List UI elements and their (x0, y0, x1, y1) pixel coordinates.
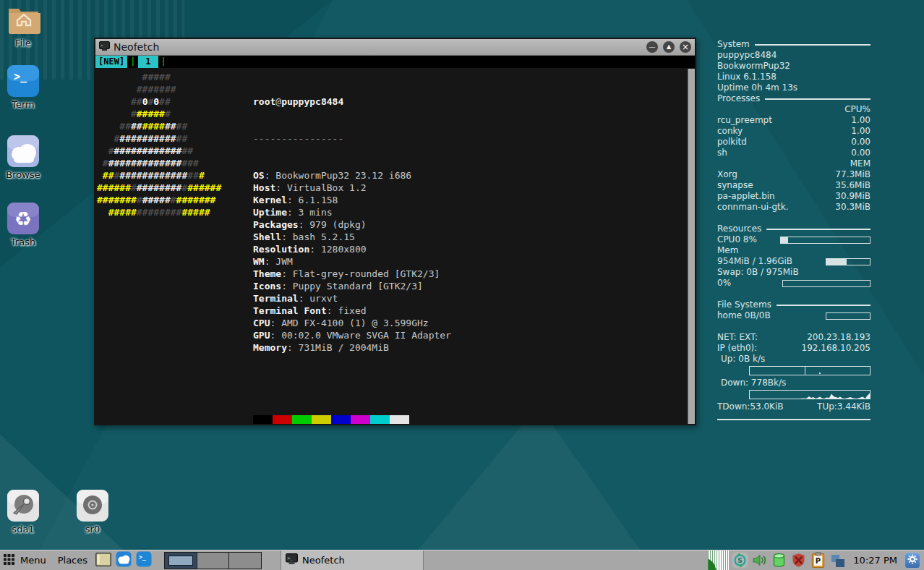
desktop-icon-label: Trash (0, 237, 46, 247)
workspace-1-active[interactable] (165, 553, 197, 569)
palette-swatch (331, 415, 351, 424)
neofetch-info-line: Memory: 731MiB / 2004MiB (253, 341, 451, 354)
terminal-scrollbar[interactable] (688, 69, 695, 424)
neofetch-info-line: Icons: Puppy Standard [GTK2/3] (253, 280, 451, 292)
desktop-icon-file[interactable]: File (0, 3, 46, 48)
palette-swatch (312, 415, 331, 424)
neofetch-info: root@puppypc8484 ---------------- OS: Bo… (253, 71, 451, 424)
desktop-icon-label: File (0, 38, 46, 48)
clipboard-manager-icon[interactable]: P (810, 552, 826, 569)
windows-applet-icon[interactable] (829, 552, 846, 569)
neofetch-info-line: GPU: 00:02.0 VMware SVGA II Adapter (253, 329, 451, 341)
spacer (717, 289, 870, 299)
net-up-label: Up: 0B k/s (717, 354, 870, 365)
conky-section-resources: Resources (717, 224, 870, 234)
workspace-pager (164, 552, 262, 569)
places-button[interactable]: Places (52, 550, 93, 570)
neofetch-separator: ---------------- (253, 132, 451, 145)
task-button-label: Neofetch (302, 555, 345, 566)
desktop-icon-sr0[interactable]: sr0 (69, 489, 116, 535)
system-info-line: BookwormPup32 (717, 61, 870, 72)
section-rule (717, 419, 870, 420)
desktop-icon-trash[interactable]: ♻ Trash (0, 202, 46, 247)
neofetch-info-line: Host: VirtualBox 1.2 (253, 182, 451, 194)
desktop-icon-browse[interactable]: Browse (0, 135, 46, 180)
tab-bar: [NEW] | 1 | (95, 56, 695, 68)
section-rule (755, 44, 870, 46)
ascii-art-line: ##### (97, 71, 253, 83)
svg-text:S: S (738, 557, 743, 564)
conky-net-rows: NET: EXT:200.23.18.193IP (eth0):192.168.… (717, 332, 870, 354)
minimize-button[interactable]: — (646, 41, 658, 53)
total-down: TDown:53.0KiB (717, 401, 784, 412)
graph-dot (819, 373, 821, 374)
browser-cloud-icon (116, 551, 132, 569)
conky-system-lines: puppypc8484BookwormPup32Linux 6.1.158Upt… (717, 50, 870, 93)
desktop: File >_ Term Browse ♻ Trash (0, 0, 924, 570)
terminal-content[interactable]: ##### ####### ##0#0## ####### ##########… (95, 69, 695, 424)
maximize-button[interactable]: ▲ (663, 41, 675, 53)
desktop-icon-sda1[interactable]: sda1 (0, 489, 46, 535)
conky-cpu-rows: rcu_preempt1.00conky1.00polkitd0.00sh0.0… (717, 115, 870, 158)
close-button[interactable]: × (680, 41, 691, 53)
file-manager-launcher[interactable] (95, 553, 111, 569)
cpu-load-graph-applet[interactable] (708, 550, 729, 570)
neofetch-info-line: CPU: AMD FX-4100 (1) @ 3.599GHz (253, 317, 451, 329)
svg-text:>_: >_ (287, 556, 294, 561)
spacer (717, 321, 870, 332)
tab-separator: | (127, 56, 138, 68)
neofetch-info-line: Shell: bash 5.2.15 (253, 231, 451, 243)
net-down-graph (749, 390, 870, 399)
volume-icon[interactable] (751, 552, 768, 569)
process-mem-row: Xorg77.3MiB (717, 169, 870, 180)
active-window-thumbnail (168, 556, 193, 566)
system-info-line: puppypc8484 (717, 50, 870, 61)
svg-text:>_: >_ (139, 554, 146, 561)
neofetch-info-line: WM: JWM (253, 255, 451, 268)
clock[interactable]: 10:27 PM (846, 555, 904, 566)
disk-usage-icon[interactable] (771, 552, 787, 569)
net-address-row: IP (eth0):192.168.10.205 (717, 343, 870, 354)
task-button-neofetch[interactable]: >_ Neofetch (281, 550, 424, 570)
ascii-art-line: ####### (97, 108, 253, 120)
neofetch-ascii: ##### ####### ##0#0## ####### ##########… (97, 71, 253, 424)
palette-swatch (273, 415, 292, 424)
process-cpu-row: rcu_preempt1.00 (717, 115, 870, 126)
window-terminal-icon: >_ (286, 553, 298, 567)
tab-1[interactable]: 1 (138, 56, 158, 68)
system-tray: S (708, 550, 924, 570)
ascii-art-line: ################## (97, 169, 253, 182)
process-mem-row: connman-ui-gtk.30.3MiB (717, 202, 870, 213)
process-cpu-row: sh0.00 (717, 148, 870, 158)
browser-launcher[interactable] (116, 553, 132, 569)
firewall-shield-icon[interactable] (790, 552, 807, 569)
neofetch-info-line: Resolution: 1280x800 (253, 243, 451, 255)
swap-usage-bar (782, 280, 870, 287)
new-tab-button[interactable]: [NEW] (95, 56, 127, 68)
taskbar: Menu Places >_ (0, 550, 924, 570)
conky-section-processes: Processes (717, 93, 870, 104)
ascii-art-line: ##0#0## (97, 95, 253, 108)
window-titlebar[interactable]: >_ Neofetch — ▲ × (95, 39, 695, 56)
mem-usage-value: 954MiB / 1.96GiB (717, 256, 792, 267)
neofetch-info-line: Packages: 979 (dpkg) (253, 218, 451, 231)
section-title: Processes (717, 93, 760, 104)
ascii-art-line: ################# (97, 157, 253, 169)
sync-network-icon[interactable]: S (732, 552, 748, 569)
neofetch-info-line: Terminal: urxvt (253, 292, 451, 305)
workspace-2[interactable] (197, 553, 229, 569)
settings-gear-button[interactable] (904, 553, 920, 569)
menu-button[interactable]: Menu (0, 550, 52, 570)
desktop-icon-term[interactable]: >_ Term (0, 64, 46, 110)
cpu-usage-bar (780, 237, 870, 244)
section-rule (777, 305, 870, 306)
palette-swatch (370, 415, 390, 424)
terminal-launcher[interactable]: >_ (136, 553, 152, 569)
home-fs-bar (826, 312, 870, 320)
system-info-line: Uptime 0h 4m 13s (717, 82, 870, 93)
palette-swatch (390, 415, 409, 424)
process-cpu-row: polkitd0.00 (717, 137, 870, 148)
blank-line (253, 378, 451, 391)
workspace-3[interactable] (228, 553, 261, 569)
palette-row-normal (253, 415, 451, 424)
